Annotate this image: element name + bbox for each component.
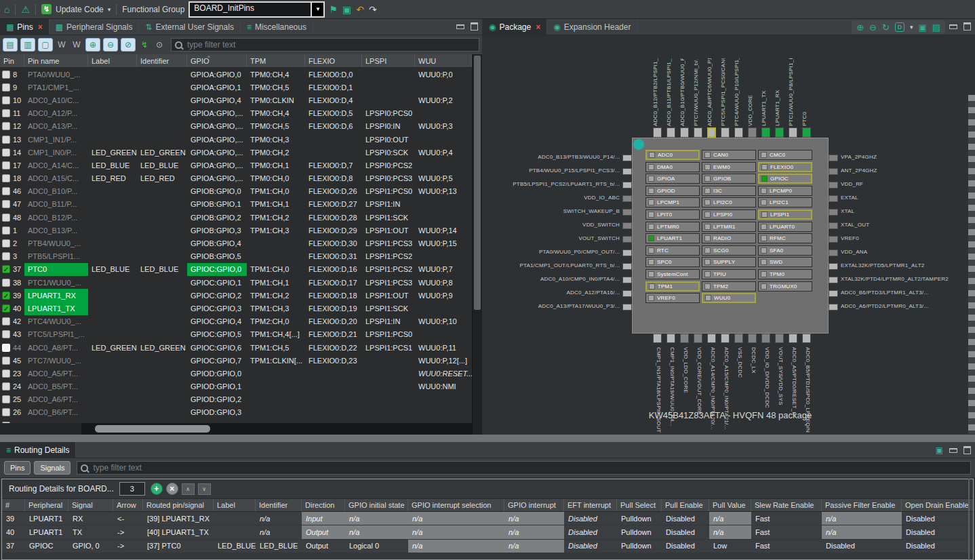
column-header-pin-name[interactable]: Pin name xyxy=(24,54,88,67)
pin-pad-left[interactable] xyxy=(622,263,632,270)
labels-mode-icon[interactable]: D xyxy=(895,22,904,32)
pin-row[interactable]: 14CMP1_IN0/P...LED_GREENLED_GREENGPIOA:G… xyxy=(0,146,472,159)
pin-pad-top[interactable] xyxy=(789,127,797,138)
pin-pad-top[interactable] xyxy=(653,127,662,138)
column-header-signal[interactable]: Signal xyxy=(68,499,113,511)
pin-pad-bottom[interactable] xyxy=(775,334,784,343)
pin-pad-right[interactable] xyxy=(829,209,838,216)
pin-row[interactable]: 12ADC0_A13/P...GPIOA:GPIO,...TPM0:CH,5FL… xyxy=(0,120,472,133)
pin-row[interactable]: 43PTC5/LPSPI1_...GPIOC:GPIO,5TPM1:CH,4[.… xyxy=(0,328,472,341)
pin-checkbox[interactable] xyxy=(2,408,10,416)
maximize-icon[interactable] xyxy=(963,446,971,454)
move-down-icon[interactable]: ∨ xyxy=(198,483,211,495)
peripheral-block-spc0[interactable]: SPC0 xyxy=(645,257,700,267)
peripheral-block-swd[interactable]: SWD xyxy=(758,257,812,267)
scrollbar-thumb[interactable] xyxy=(474,56,481,310)
power-icon[interactable]: ↯ xyxy=(138,39,151,51)
peripheral-block-ewm0[interactable]: EWM0 xyxy=(702,162,756,172)
collapse-table-icon[interactable]: ▥ xyxy=(20,38,35,52)
pins-filter-input[interactable] xyxy=(186,39,475,50)
peripheral-block-i3c[interactable]: I3C xyxy=(702,186,756,196)
route-pin-icon[interactable]: ⊕ xyxy=(85,38,100,52)
pin-row[interactable]: 44ADC0_A8/PT...LED_GREENLED_GREENGPIOC:G… xyxy=(0,341,472,354)
routing-vertical-scrollbar[interactable] xyxy=(968,479,970,560)
pins-vertical-scrollbar[interactable] xyxy=(472,54,482,435)
pin-pad-right[interactable] xyxy=(829,304,838,311)
redo-icon[interactable]: ↷ xyxy=(369,5,377,14)
minimize-icon[interactable] xyxy=(456,24,464,29)
peripheral-block-lpit0[interactable]: LPIT0 xyxy=(645,209,700,220)
pin-checkbox[interactable] xyxy=(2,187,10,195)
pin-pad-left[interactable] xyxy=(622,222,632,229)
column-header-label[interactable]: Label xyxy=(88,54,137,67)
pin-pad-bottom[interactable] xyxy=(802,334,811,343)
tab-pins[interactable]: ▦Pins× xyxy=(0,19,49,35)
column-header-pin[interactable]: Pin xyxy=(0,54,24,67)
pin-pad-top[interactable] xyxy=(734,127,743,138)
peripheral-block-lpuart1[interactable]: LPUART1 xyxy=(645,233,700,243)
move-up-icon[interactable]: ∧ xyxy=(182,483,195,495)
chip-icon[interactable]: ▣ xyxy=(918,22,926,33)
peripheral-block-vref0[interactable]: VREF0 xyxy=(645,293,700,303)
flag-icon[interactable]: ⚑ xyxy=(329,5,338,14)
pin-row[interactable]: 42PTC4/WUU0_...GPIOC:GPIO,4TPM2:CH,0FLEX… xyxy=(0,315,472,328)
column-header-open-drain-enable[interactable]: Open Drain Enable xyxy=(902,499,974,511)
delete-route-icon[interactable]: × xyxy=(166,483,178,495)
pin-row[interactable]: 45PTC7/WUU0_...GPIOC:GPIO,7TPM1:CLKIN[..… xyxy=(0,354,472,367)
pin-row[interactable]: ✓39LPUART1_RXGPIOC:GPIO,2TPM1:CH,2FLEXIO… xyxy=(0,289,472,302)
pin-pad-top[interactable] xyxy=(775,127,784,138)
pin-pad-top[interactable] xyxy=(707,127,716,138)
tab-external-user-signals[interactable]: ⇅External User Signals xyxy=(139,19,240,35)
problems-icon[interactable]: ⚠ xyxy=(21,5,30,14)
pin-checkbox[interactable] xyxy=(2,330,10,338)
pin-pad-right[interactable] xyxy=(829,182,838,188)
column-header-[interactable]: # xyxy=(2,499,25,511)
peripheral-block-lpi2c1[interactable]: LPI2C1 xyxy=(758,197,812,207)
minimize-icon[interactable] xyxy=(949,448,957,453)
pin-checkbox[interactable] xyxy=(2,344,10,352)
list-icon[interactable]: ▤ xyxy=(932,22,940,33)
pin-pad-bottom[interactable] xyxy=(653,334,662,343)
peripheral-block-lptmr1[interactable]: LPTMR1 xyxy=(702,222,756,232)
peripheral-block-trgmux0[interactable]: TRGMUX0 xyxy=(758,281,812,292)
pin-pad-bottom[interactable] xyxy=(666,334,675,343)
close-icon[interactable]: × xyxy=(536,22,540,32)
pin-pad-top[interactable] xyxy=(680,127,689,138)
scrollbar-thumb[interactable] xyxy=(95,425,210,433)
pin-checkbox[interactable] xyxy=(2,239,10,247)
routing-row[interactable]: 39LPUART1RX<-[39] LPUART1_RXn/aInputn/an… xyxy=(2,512,974,525)
pin-pad-right[interactable] xyxy=(829,155,838,161)
pin-pad-right[interactable] xyxy=(829,195,838,202)
peripheral-block-dma0[interactable]: DMA0 xyxy=(645,162,700,172)
column-header-pull-select[interactable]: Pull Select xyxy=(617,499,662,511)
pin-pad-left[interactable] xyxy=(622,155,632,161)
pin-pad-left[interactable] xyxy=(622,290,632,297)
column-header-slew-rate-enable[interactable]: Slew Rate Enable xyxy=(751,499,822,511)
peripheral-block-gpioc[interactable]: GPIOC xyxy=(758,174,812,184)
pin-checkbox[interactable] xyxy=(2,317,10,325)
column-header-direction[interactable]: Direction xyxy=(302,499,345,511)
pin-checkbox[interactable]: ✓ xyxy=(2,304,10,313)
pin-pad-bottom[interactable] xyxy=(734,334,743,343)
peripheral-block-systemcont[interactable]: SystemCont xyxy=(645,269,700,279)
pin-row[interactable]: 13CMP1_IN1/P...GPIOA:GPIO,...TPM0:CH,3LP… xyxy=(0,133,472,146)
pin-pad-right[interactable] xyxy=(829,222,838,229)
column-header-pull-value[interactable]: Pull Value xyxy=(709,499,751,511)
chevron-down-icon[interactable]: ▼ xyxy=(311,3,323,16)
pin-checkbox[interactable] xyxy=(2,148,10,157)
pin-pad-left[interactable] xyxy=(622,249,632,256)
pin-pad-top[interactable] xyxy=(694,127,702,138)
pin-pad-top[interactable] xyxy=(802,127,811,138)
pin-checkbox[interactable] xyxy=(2,395,10,403)
pin-row[interactable]: 26ADC0_B6/PT...GPIOD:GPIO,3 xyxy=(0,406,472,419)
caret-down-icon[interactable]: ▾ xyxy=(910,24,913,31)
pin-row[interactable]: 47ADC0_B11/P...GPIOB:GPIO,1TPM1:CH,1FLEX… xyxy=(0,198,472,211)
update-code-button[interactable]: Update Code xyxy=(56,5,104,14)
pin-row[interactable]: 1ADC0_B13/P...GPIOB:GPIO,3TPM1:CH,3FLEXI… xyxy=(0,224,472,237)
peripheral-block-lpcmp0[interactable]: LPCMP0 xyxy=(758,186,812,196)
pin-pad-left[interactable] xyxy=(622,304,632,311)
pin-row[interactable]: 10ADC0_A10/C...GPIOA:GPIO,4TPM0:CLKINFLE… xyxy=(0,94,472,106)
pin-row[interactable]: 2PTB4/WUU0_...GPIOB:GPIO,4FLEXIO0:D,30LP… xyxy=(0,237,472,249)
peripheral-block-sfa0[interactable]: SFA0 xyxy=(758,245,812,256)
peripheral-block-lpuart0[interactable]: LPUART0 xyxy=(758,222,812,232)
